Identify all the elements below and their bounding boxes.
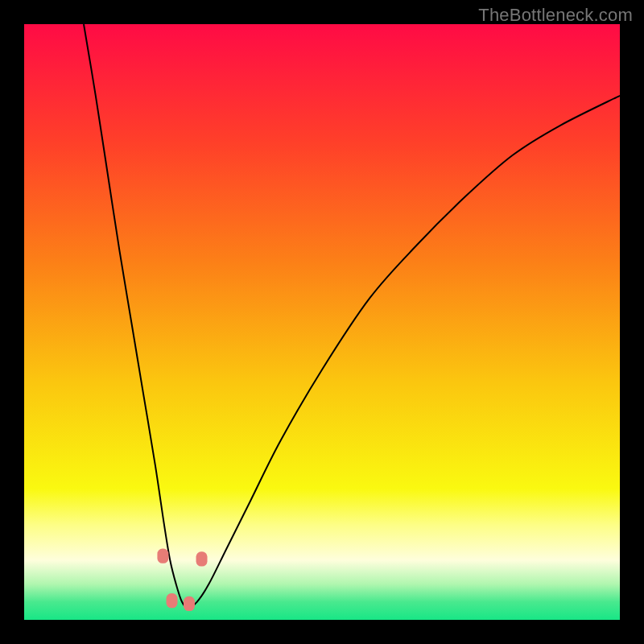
curve-marker: [157, 549, 168, 564]
curve-marker: [167, 593, 178, 608]
watermark-text: TheBottleneck.com: [478, 5, 633, 26]
curve-marker: [196, 551, 208, 566]
chart-canvas: TheBottleneck.com: [0, 0, 644, 644]
gradient-background: [24, 24, 620, 620]
plot-area: [24, 24, 620, 620]
chart-svg: [24, 24, 620, 620]
curve-marker: [184, 597, 195, 611]
